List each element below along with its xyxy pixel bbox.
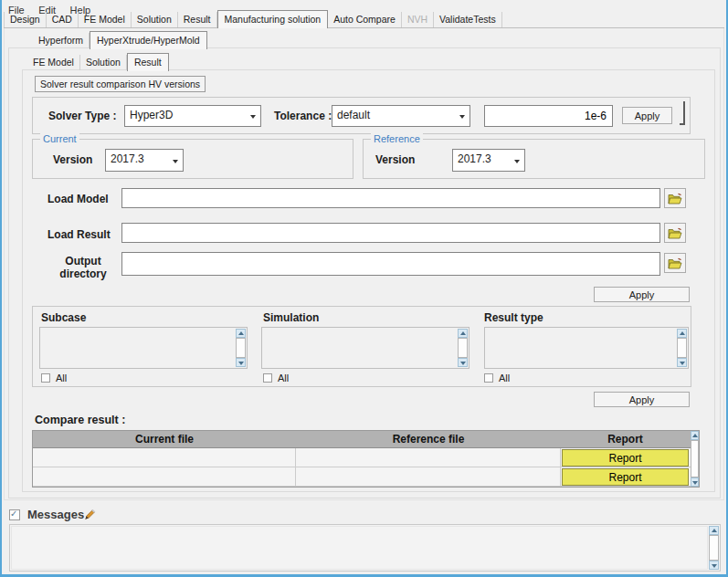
main-tab-bar: Design CAD FE Model Solution Result Manu…	[4, 13, 724, 28]
scroll-down-icon[interactable]	[458, 358, 468, 367]
solver-apply-button[interactable]: Apply	[622, 107, 672, 124]
tab-hyperform[interactable]: Hyperform	[33, 33, 90, 48]
result-type-listbox[interactable]	[484, 327, 689, 369]
tab-manufacturing-solution[interactable]: Manufacturing solution	[217, 10, 329, 28]
messages-output-area[interactable]	[9, 524, 721, 572]
current-version-group: Current Version 2017.3	[32, 139, 353, 179]
scroll-down-icon[interactable]	[691, 477, 699, 487]
inner-tab-result[interactable]: Result	[127, 53, 169, 71]
cell-report: Report	[561, 448, 690, 467]
tab-auto-compare[interactable]: Auto Compare	[328, 12, 402, 27]
tolerance-label: Tolerance :	[274, 110, 332, 122]
tolerance-select[interactable]: default	[332, 105, 470, 127]
table-row: Report	[33, 448, 699, 467]
load-model-label: Load Model	[47, 193, 109, 205]
folder-open-icon	[668, 193, 682, 205]
subcase-listbox-scrollbar[interactable]	[236, 329, 246, 367]
tab-solution[interactable]: Solution	[132, 12, 178, 27]
scroll-thumb[interactable]	[236, 338, 246, 358]
table-row: Report	[33, 467, 699, 487]
subcase-all-checkbox[interactable]	[41, 373, 50, 383]
menu-bar: File Edit Help	[2, 0, 726, 13]
subcase-listbox[interactable]	[39, 327, 248, 369]
output-directory-label: Output directory	[46, 255, 121, 280]
inner-tab-solution[interactable]: Solution	[80, 55, 127, 70]
scroll-up-icon[interactable]	[236, 329, 246, 338]
simulation-listbox-scrollbar[interactable]	[458, 329, 468, 367]
tab-hyperxtrude-hypermold[interactable]: HyperXtrude/HyperMold	[90, 31, 207, 49]
current-version-select[interactable]: 2017.3	[105, 149, 184, 172]
scroll-down-icon[interactable]	[236, 358, 246, 367]
scroll-up-icon[interactable]	[709, 526, 719, 535]
table-scrollbar[interactable]	[691, 431, 699, 487]
report-button[interactable]: Report	[562, 449, 689, 467]
sub-tab-bar: Hyperform HyperXtrude/HyperMold	[33, 33, 207, 48]
tab-validatetests[interactable]: ValidateTests	[434, 12, 502, 27]
tolerance-input[interactable]	[484, 105, 613, 127]
scroll-thumb[interactable]	[691, 440, 699, 477]
column-header-reference-file[interactable]: Reference file	[296, 431, 561, 447]
edit-pencil-icon[interactable]	[82, 509, 96, 522]
messages-label: Messages	[27, 508, 84, 521]
current-version-label: Version	[53, 153, 92, 166]
tab-nvh[interactable]: NVH	[402, 12, 434, 27]
solver-type-value: Hyper3D	[130, 109, 173, 121]
subcase-label: Subcase	[41, 311, 86, 324]
solver-type-select[interactable]: Hyper3D	[124, 105, 261, 127]
cell-reference-file[interactable]	[296, 467, 561, 486]
messages-scrollbar[interactable]	[709, 526, 719, 570]
messages-content	[11, 526, 708, 570]
result-type-listbox-scrollbar[interactable]	[677, 329, 687, 367]
cell-current-file[interactable]	[33, 448, 296, 467]
scroll-thumb[interactable]	[709, 535, 719, 561]
column-header-current-file[interactable]: Current file	[33, 431, 296, 447]
dropdown-arrow-icon	[514, 160, 520, 163]
simulation-listbox[interactable]	[261, 327, 470, 369]
solver-result-comparison-button[interactable]: Solver result comparison HV versions	[35, 76, 206, 92]
load-model-browse-button[interactable]	[664, 188, 686, 208]
report-button[interactable]: Report	[562, 468, 689, 486]
messages-checkbox[interactable]	[9, 509, 20, 520]
load-result-browse-button[interactable]	[664, 223, 686, 243]
load-model-input[interactable]	[121, 188, 660, 208]
selection-group: Subcase Simulation Result type	[32, 306, 691, 387]
reference-group-legend: Reference	[371, 133, 423, 144]
scroll-up-icon[interactable]	[691, 431, 699, 440]
subcase-all-label: All	[56, 372, 67, 383]
compare-result-title: Compare result :	[35, 414, 125, 426]
cell-reference-file[interactable]	[296, 448, 561, 467]
output-directory-input[interactable]	[121, 252, 660, 276]
cell-report: Report	[561, 467, 690, 486]
cell-current-file[interactable]	[33, 467, 296, 486]
paths-apply-button[interactable]: Apply	[594, 287, 690, 302]
folder-open-icon	[668, 257, 682, 269]
simulation-all-label: All	[278, 372, 289, 383]
scroll-thumb[interactable]	[677, 338, 687, 358]
inner-tab-fe-model[interactable]: FE Model	[27, 55, 80, 70]
simulation-all-checkbox[interactable]	[263, 373, 272, 383]
scroll-up-icon[interactable]	[458, 329, 468, 338]
application-window: File Edit Help Design CAD FE Model Solut…	[0, 0, 728, 577]
simulation-label: Simulation	[263, 311, 319, 324]
scroll-up-icon[interactable]	[677, 329, 687, 338]
scroll-down-icon[interactable]	[677, 358, 687, 367]
result-type-all-checkbox[interactable]	[484, 373, 493, 383]
current-group-legend: Current	[40, 133, 79, 144]
reference-version-label: Version	[375, 153, 415, 166]
output-directory-browse-button[interactable]	[664, 253, 686, 273]
scroll-down-icon[interactable]	[709, 561, 719, 570]
dropdown-arrow-icon	[173, 160, 178, 163]
dropdown-arrow-icon	[250, 115, 256, 119]
reference-version-select[interactable]: 2017.3	[452, 149, 525, 172]
tab-design[interactable]: Design	[4, 12, 47, 27]
column-header-report[interactable]: Report	[561, 431, 690, 447]
tab-result[interactable]: Result	[178, 12, 217, 27]
scroll-thumb[interactable]	[458, 338, 468, 358]
clipped-control	[680, 101, 685, 125]
result-type-label: Result type	[484, 311, 543, 324]
load-result-input[interactable]	[121, 223, 660, 243]
selection-apply-button[interactable]: Apply	[594, 392, 690, 407]
tolerance-value: default	[337, 109, 370, 121]
tab-cad[interactable]: CAD	[47, 12, 79, 27]
tab-fe-model[interactable]: FE Model	[79, 12, 132, 27]
